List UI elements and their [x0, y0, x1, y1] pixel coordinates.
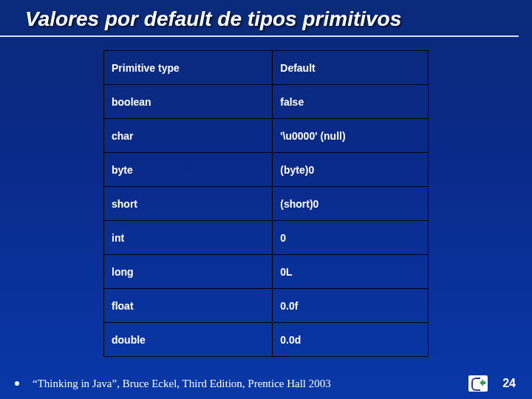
cell-type: char [104, 119, 273, 153]
cell-default: (byte)0 [273, 153, 429, 187]
header-primitive-type: Primitive type [104, 51, 273, 85]
cell-default: false [273, 85, 429, 119]
table-row: float 0.0f [104, 289, 429, 323]
cell-default: '\u0000' (null) [273, 119, 429, 153]
cell-type: boolean [104, 85, 273, 119]
cell-default: 0 [273, 221, 429, 255]
header-default: Default [273, 51, 429, 85]
slide-footer: “Thinking in Java”, Bruce Eckel, Third E… [0, 375, 532, 392]
table-row: boolean false [104, 85, 429, 119]
table-row: int 0 [104, 221, 429, 255]
slide-title: Valores por default de tipos primitivos [0, 0, 519, 37]
cell-type: long [104, 255, 273, 289]
defaults-table-wrap: Primitive type Default boolean false cha… [103, 50, 429, 357]
page-number: 24 [502, 377, 516, 390]
table-header-row: Primitive type Default [104, 51, 429, 85]
cell-default: 0L [273, 255, 429, 289]
cell-type: byte [104, 153, 273, 187]
cell-type: float [104, 289, 273, 323]
table-row: long 0L [104, 255, 429, 289]
cell-default: 0.0d [273, 323, 429, 357]
citation-text: “Thinking in Java”, Bruce Eckel, Third E… [33, 378, 468, 390]
table-row: short (short)0 [104, 187, 429, 221]
table-row: char '\u0000' (null) [104, 119, 429, 153]
bullet-icon [15, 381, 19, 386]
table-row: byte (byte)0 [104, 153, 429, 187]
table-row: double 0.0d [104, 323, 429, 357]
defaults-table: Primitive type Default boolean false cha… [103, 50, 429, 357]
cell-default: 0.0f [273, 289, 429, 323]
cell-type: short [104, 187, 273, 221]
cell-default: (short)0 [273, 187, 429, 221]
logo-icon [468, 375, 488, 392]
cell-type: double [104, 323, 273, 357]
cell-type: int [104, 221, 273, 255]
